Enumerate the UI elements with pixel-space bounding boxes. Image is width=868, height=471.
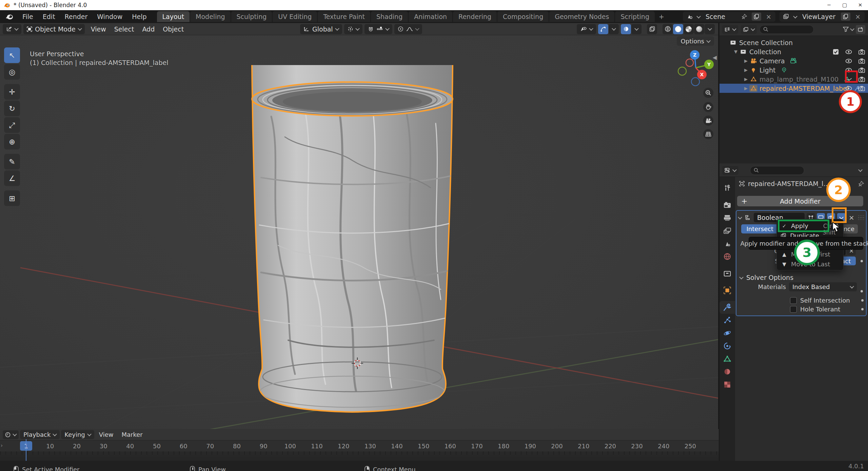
orthographic-grid-icon[interactable]: [703, 129, 713, 139]
tab-sculpting[interactable]: Sculpting: [231, 11, 272, 22]
viewport-menu-view[interactable]: View: [87, 24, 110, 34]
disclosure-icon[interactable]: ▶: [743, 58, 749, 63]
tool-select-box[interactable]: ↖: [4, 47, 20, 63]
new-scene-icon[interactable]: [752, 13, 761, 21]
timeline-menu-marker[interactable]: Marker: [118, 430, 146, 439]
shading-rendered-button[interactable]: [694, 24, 704, 34]
outliner-item-label[interactable]: repaired-AMSTERDAM_label: [760, 85, 849, 92]
tool-rotate[interactable]: ↻: [4, 101, 20, 116]
zoom-tool-icon[interactable]: [703, 88, 713, 98]
tab-texture-paint[interactable]: Texture Paint: [318, 11, 370, 22]
scene-selector[interactable]: Scene ×: [683, 12, 775, 22]
remove-viewlayer-icon[interactable]: ×: [853, 13, 863, 21]
viewlayer-selector[interactable]: ViewLayer ×: [780, 12, 865, 22]
maximize-button[interactable]: ▢: [837, 0, 852, 10]
outliner-editor-type-button[interactable]: [722, 25, 738, 34]
shading-dropdown[interactable]: [705, 24, 715, 34]
properties-tab-view-layer-icon[interactable]: [719, 224, 735, 237]
viewlayer-dropdown-chevron[interactable]: [793, 14, 797, 18]
pivot-dropdown[interactable]: [344, 24, 362, 34]
properties-tab-output-icon[interactable]: [719, 211, 735, 224]
playhead-line[interactable]: [26, 439, 26, 461]
properties-tab-particles-icon[interactable]: [719, 314, 735, 327]
exclude-checkbox[interactable]: [831, 49, 840, 55]
tab-layout[interactable]: Layout: [157, 11, 190, 22]
menu-render[interactable]: Render: [60, 12, 93, 22]
tool-annotate[interactable]: ✎: [4, 154, 20, 169]
outliner-item-label[interactable]: Light: [760, 66, 775, 74]
new-viewlayer-icon[interactable]: [841, 13, 850, 21]
disclosure-icon[interactable]: ▶: [743, 77, 749, 82]
orientation-dropdown[interactable]: Global: [300, 24, 342, 34]
tool-measure[interactable]: ∠: [4, 170, 20, 186]
properties-tab-render-icon[interactable]: [719, 199, 735, 211]
tab-rendering[interactable]: Rendering: [453, 11, 497, 22]
proportional-edit-controls[interactable]: [394, 24, 422, 34]
editor-type-button[interactable]: [3, 24, 21, 34]
tool-move[interactable]: ✛: [4, 84, 20, 100]
menu-edit[interactable]: Edit: [38, 12, 60, 22]
properties-tab-scene-icon[interactable]: [719, 237, 735, 250]
menu-window[interactable]: Window: [92, 12, 127, 22]
materials-dropdown[interactable]: Index Based: [789, 282, 857, 291]
viewport-3d[interactable]: User Perspective (1) Collection | repair…: [0, 35, 719, 429]
properties-tab-object-data-icon[interactable]: [719, 352, 735, 365]
shading-material-button[interactable]: [684, 24, 694, 34]
viewlayer-name[interactable]: ViewLayer: [800, 13, 838, 20]
properties-tab-modifiers-icon[interactable]: [719, 301, 735, 314]
timeline-menu-view[interactable]: View: [96, 430, 117, 439]
properties-tab-texture-icon[interactable]: [719, 378, 735, 391]
disclosure-icon[interactable]: ▶: [743, 67, 749, 73]
properties-editor-type-button[interactable]: [722, 166, 738, 175]
outliner-item-label[interactable]: map_lamp_thread_M100: [760, 76, 839, 83]
tool-add-cube[interactable]: ⊞: [4, 190, 20, 206]
gizmos-toggle[interactable]: [598, 24, 608, 34]
tab-geometry-nodes[interactable]: Geometry Nodes: [549, 11, 614, 22]
snap-controls[interactable]: [364, 24, 392, 34]
hide-viewport-eye-icon[interactable]: [844, 59, 853, 63]
timeline-track[interactable]: [0, 451, 719, 461]
tool-transform[interactable]: ⊕: [4, 134, 20, 149]
timeline-ruler[interactable]: 1 10203040506070809010011012013014015016…: [0, 441, 719, 451]
tab-compositing[interactable]: Compositing: [497, 11, 549, 22]
timeline-menu-playback[interactable]: Playback: [20, 430, 60, 439]
outliner-display-mode-button[interactable]: [741, 25, 757, 34]
scene-name[interactable]: Scene: [703, 13, 737, 20]
disclosure-icon[interactable]: ▶: [743, 86, 749, 91]
properties-tab-collection-icon[interactable]: [719, 267, 735, 280]
viewport-menu-object[interactable]: Object: [159, 24, 188, 34]
tool-cursor[interactable]: ◎: [4, 64, 20, 80]
pan-hand-icon[interactable]: [703, 102, 713, 112]
hole-tolerant-checkbox[interactable]: [790, 306, 797, 313]
self-intersection-checkbox[interactable]: [790, 297, 797, 304]
filter-icon[interactable]: [843, 27, 849, 32]
outliner-row-collection[interactable]: ▼Collection: [719, 47, 868, 56]
outliner-row-scene-collection[interactable]: Scene Collection: [719, 38, 868, 47]
tab-animation[interactable]: Animation: [409, 11, 452, 22]
visibility-dropdown[interactable]: [577, 24, 596, 34]
timeline-left-arrow[interactable]: ›: [1, 443, 3, 449]
shading-wireframe-button[interactable]: [663, 24, 673, 34]
disable-render-camera-icon[interactable]: [857, 58, 866, 64]
tab-scripting[interactable]: Scripting: [615, 11, 655, 22]
new-collection-button[interactable]: [856, 25, 865, 34]
overlays-toggle[interactable]: [621, 24, 631, 34]
properties-tab-constraints-icon[interactable]: [719, 340, 735, 352]
timeline-menu-keying[interactable]: Keying: [61, 430, 94, 439]
disable-render-camera-icon[interactable]: [857, 86, 866, 91]
properties-tab-physics-icon[interactable]: [719, 327, 735, 340]
remove-modifier-button[interactable]: ×: [849, 213, 854, 222]
shading-solid-button[interactable]: [673, 24, 683, 34]
pin-icon[interactable]: [858, 181, 864, 187]
disable-render-camera-icon[interactable]: [857, 67, 866, 73]
pin-icon[interactable]: [739, 13, 749, 21]
model-amsterdam-lamp[interactable]: [0, 35, 719, 429]
gizmos-dropdown[interactable]: [609, 24, 619, 34]
menu-file[interactable]: File: [18, 12, 38, 22]
tab-uv-editing[interactable]: UV Editing: [273, 11, 317, 22]
mode-dropdown[interactable]: Object Mode: [23, 24, 85, 34]
animate-dot[interactable]: [861, 290, 863, 292]
solver-options-subpanel[interactable]: Solver Options: [740, 274, 793, 281]
outliner-item-label[interactable]: Collection: [749, 48, 781, 56]
animate-dot[interactable]: [861, 299, 864, 302]
